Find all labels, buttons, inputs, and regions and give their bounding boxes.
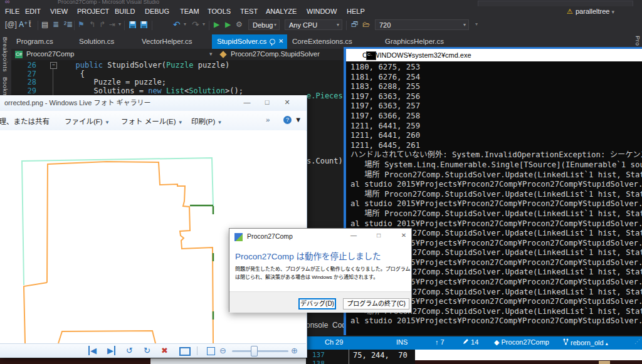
close-button[interactable]: ✕ bbox=[396, 232, 411, 239]
code-fold-toggle[interactable]: − bbox=[50, 62, 57, 69]
navbar-project[interactable]: Procon27Comp bbox=[26, 50, 74, 58]
menu-test[interactable]: TEST bbox=[240, 8, 258, 15]
menu-analyze[interactable]: ANALYZE bbox=[266, 8, 297, 15]
close-icon[interactable]: ✕ bbox=[278, 34, 283, 48]
exit-program-button[interactable]: プログラムの終了(C) bbox=[343, 298, 409, 309]
resize-grip[interactable]: ⋰ bbox=[634, 338, 640, 345]
menu-file[interactable]: FILE bbox=[5, 8, 19, 15]
menu-build[interactable]: BUILD bbox=[115, 8, 135, 15]
list-check-icon[interactable]: ²≣ bbox=[64, 20, 73, 29]
menu-window[interactable]: WINDOW bbox=[307, 8, 337, 15]
nav-forward-icon[interactable]: ↱ bbox=[99, 20, 105, 29]
tab-stupidsolver-cs[interactable]: StupidSolver.cs ✕ bbox=[212, 34, 287, 49]
add-item-icon[interactable]: A⁺ bbox=[19, 20, 28, 29]
delete-icon[interactable]: ✖ bbox=[161, 346, 168, 355]
minimize-button[interactable]: — bbox=[238, 98, 256, 108]
menu-team[interactable]: TEAM bbox=[180, 8, 199, 15]
zoom-out-icon[interactable]: ⊖ bbox=[219, 346, 226, 355]
incoming-commits[interactable]: ↑ 7 bbox=[435, 338, 445, 346]
redo-dropdown-icon[interactable]: ▾ bbox=[203, 20, 205, 29]
panel-tab-console[interactable]: onsole bbox=[306, 321, 328, 330]
pending-edits[interactable]: 14 bbox=[463, 338, 478, 346]
run-argument-combo[interactable]: 720▾ bbox=[375, 19, 469, 30]
apply-changes-icon[interactable]: 🗗 bbox=[351, 20, 359, 29]
menu-view[interactable]: VIEW bbox=[50, 8, 68, 15]
branch-selector[interactable]: reborn_old ▴ bbox=[563, 338, 608, 346]
tab-label: Solution.cs bbox=[79, 38, 114, 45]
navbar-member[interactable]: Procon27Comp.StupidSolver bbox=[231, 50, 320, 58]
zoom-slider-thumb[interactable] bbox=[251, 346, 258, 356]
start-nodebug-icon[interactable]: ▶ bbox=[225, 20, 231, 29]
tab-program-cs[interactable]: Program.cs bbox=[11, 34, 74, 49]
zoom-in-icon[interactable]: ⊕ bbox=[291, 346, 298, 355]
save-icon[interactable] bbox=[129, 21, 136, 28]
close-button[interactable]: ✕ bbox=[278, 98, 296, 108]
maximize-button[interactable]: □ bbox=[258, 98, 276, 108]
open-file-icon[interactable]: ≣ bbox=[53, 20, 59, 29]
next-icon[interactable]: ▶ bbox=[107, 346, 115, 355]
menu-file[interactable]: ファイル(F) ▼ bbox=[65, 116, 110, 126]
repository-selector[interactable]: ◆ Procon27Comp bbox=[494, 338, 549, 346]
menu-tools[interactable]: TOOLS bbox=[208, 8, 231, 15]
chevron-down-icon[interactable]: ▾ bbox=[209, 51, 213, 57]
tab-label: VectorHelper.cs bbox=[142, 38, 192, 45]
chevron-down-icon: ▾ bbox=[463, 20, 466, 30]
run-argument-value: 720 bbox=[379, 21, 391, 29]
pin-icon[interactable] bbox=[270, 39, 275, 44]
zoom-slider-track[interactable] bbox=[232, 350, 288, 352]
menu-print[interactable]: 印刷(P) ▼ bbox=[191, 116, 222, 126]
new-file-icon[interactable]: ▤ bbox=[41, 20, 48, 29]
quick-launch-box[interactable] bbox=[478, 1, 633, 6]
redo-icon[interactable]: ↷ bbox=[192, 20, 199, 29]
breakpoints-vertical-tab[interactable]: Breakpoints bbox=[2, 37, 9, 72]
undo-dropdown-icon[interactable]: ▾ bbox=[184, 20, 186, 29]
gallery-titlebar[interactable]: orrected.png - Windows Live フォト ギャラリー — … bbox=[0, 95, 307, 112]
background-window-strip bbox=[150, 358, 306, 364]
cmd-output-line: 1197, 6363, 257 bbox=[350, 101, 642, 112]
bookmark-icon[interactable]: ⚑ bbox=[78, 20, 85, 29]
slideshow-icon[interactable] bbox=[179, 347, 191, 356]
rotate-right-icon[interactable]: ↻ bbox=[144, 346, 150, 355]
tab-solution-cs[interactable]: Solution.cs bbox=[74, 34, 137, 49]
new-project-icon[interactable]: t̄ bbox=[29, 20, 31, 29]
toolbar-overflow-icon[interactable]: ▾ bbox=[475, 20, 478, 29]
start-debug-icon[interactable]: ▶ bbox=[214, 20, 219, 29]
tab-vectorhelper-cs[interactable]: VectorHelper.cs bbox=[137, 34, 212, 49]
tab-properties-vertical[interactable]: Pro bbox=[634, 36, 641, 46]
attach-snippet-icon[interactable]: [@] bbox=[5, 20, 17, 29]
fit-to-window-icon[interactable] bbox=[207, 347, 215, 355]
menu-help[interactable]: HELP bbox=[347, 8, 365, 15]
find-in-files-icon[interactable]: 🗁 bbox=[362, 20, 370, 29]
menu-project[interactable]: PROJECT bbox=[77, 8, 109, 15]
menu-debug[interactable]: DEBUG bbox=[145, 8, 169, 15]
help-icon[interactable]: ? bbox=[283, 116, 292, 124]
save-all-icon[interactable] bbox=[140, 21, 147, 28]
cmd-output-line: 1180, 6275, 253 bbox=[350, 63, 642, 73]
menu-overflow[interactable]: » bbox=[266, 116, 270, 123]
gallery-title: orrected.png - Windows Live フォト ギャラリー bbox=[4, 99, 151, 107]
attach-process-icon[interactable]: ⚙ bbox=[236, 20, 243, 29]
configuration-combo[interactable]: Debug▾ bbox=[248, 19, 280, 30]
debug-button[interactable]: デバッグ(D) bbox=[298, 298, 336, 309]
toolbar-divider bbox=[197, 346, 197, 355]
bookmarks-vertical-tab[interactable]: Bookmarks bbox=[2, 77, 9, 95]
chevron-down-icon[interactable]: ▾ bbox=[118, 20, 121, 29]
minimize-button[interactable]: — bbox=[346, 232, 361, 239]
cmd-output-line: al studio 2015¥Projects¥Procon27Comp¥Pro… bbox=[350, 316, 642, 326]
menu-photo-mail[interactable]: フォト メール(E) ▼ bbox=[121, 116, 183, 126]
photo-gallery-window[interactable]: orrected.png - Windows Live フォト ギャラリー — … bbox=[0, 95, 307, 358]
nav-back-icon[interactable]: ↰ bbox=[89, 20, 95, 29]
maximize-button[interactable]: □ bbox=[371, 232, 386, 239]
menu-organize-share[interactable]: 整理、または共有 bbox=[0, 116, 50, 126]
dialog-title: Procon27Comp bbox=[247, 232, 293, 240]
platform-combo[interactable]: Any CPU▾ bbox=[285, 19, 342, 30]
nav-last-icon[interactable]: ⇥ bbox=[109, 20, 115, 29]
previous-icon[interactable]: ◀ bbox=[88, 346, 97, 355]
account-menu[interactable]: ⚠paralleltree ▾ bbox=[567, 8, 614, 16]
menu-edit[interactable]: EDIT bbox=[25, 8, 41, 15]
crash-dialog[interactable]: Procon27Comp — □ ✕ Procon27Comp は動作を停止しま… bbox=[229, 228, 412, 312]
cmd-titlebar[interactable]: C:¥WINDOWS¥system32¥cmd.exe bbox=[346, 49, 642, 61]
undo-icon[interactable]: ↶ bbox=[173, 20, 181, 29]
rotate-left-icon[interactable]: ↺ bbox=[126, 346, 133, 355]
dialog-button-row: デバッグ(D) プログラムの終了(C) bbox=[229, 291, 411, 313]
